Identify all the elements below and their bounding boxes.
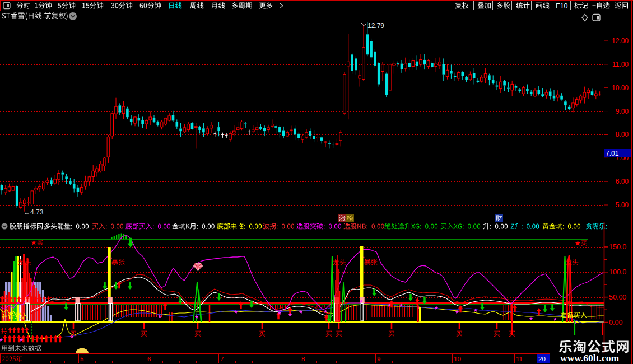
svg-text:11: 11: [516, 356, 523, 362]
svg-text:10.00: 10.00: [612, 84, 629, 92]
svg-text:11.00: 11.00: [612, 60, 629, 68]
svg-text:8.00: 8.00: [616, 130, 629, 138]
svg-text:www.60lt.com: www.60lt.com: [560, 352, 619, 363]
svg-text:F10: F10: [556, 2, 568, 10]
svg-text:7: 7: [220, 356, 224, 362]
svg-text:6: 6: [147, 356, 151, 362]
svg-text:←4.73: ←4.73: [24, 208, 44, 216]
svg-text:12.00: 12.00: [612, 37, 629, 45]
svg-text:150.0: 150.0: [609, 243, 626, 251]
svg-text:5.00: 5.00: [616, 201, 629, 209]
svg-text:100.0: 100.0: [609, 268, 626, 276]
svg-text:12.79: 12.79: [367, 22, 384, 30]
svg-text:50.00: 50.00: [609, 293, 626, 301]
svg-text:9.00: 9.00: [616, 108, 629, 115]
svg-text:7.01: 7.01: [606, 150, 619, 157]
svg-text:10: 10: [454, 356, 461, 362]
svg-text:9: 9: [377, 356, 380, 362]
svg-text:8: 8: [301, 356, 305, 362]
svg-text:20: 20: [538, 356, 546, 362]
svg-text:6.00: 6.00: [616, 178, 629, 185]
svg-text:5: 5: [80, 356, 83, 362]
svg-text:0.00: 0.00: [609, 319, 622, 326]
